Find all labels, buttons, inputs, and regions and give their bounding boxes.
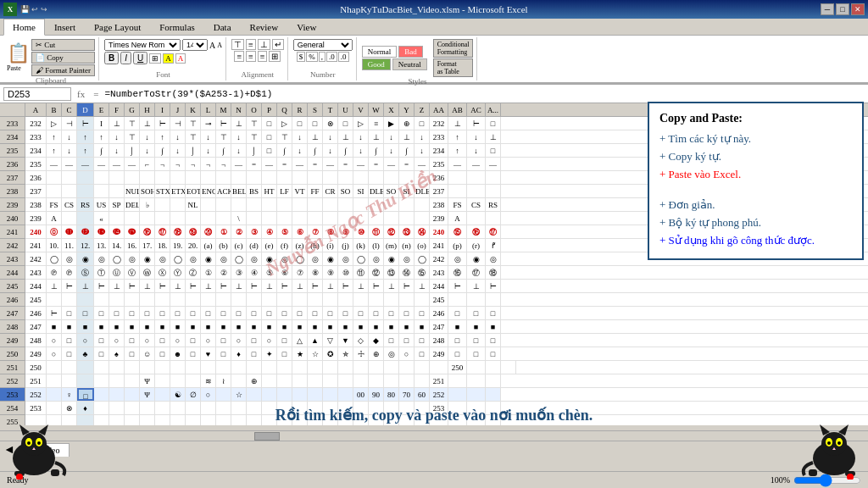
cell-243-4[interactable]: ◎ xyxy=(94,252,109,265)
cell-234-1[interactable]: ↑ xyxy=(47,130,62,143)
align-middle-button[interactable]: ≡ xyxy=(246,39,256,50)
cell-235-12[interactable]: ∫ xyxy=(216,144,231,157)
cell-238-14[interactable]: BS xyxy=(247,185,262,197)
cell-238-11[interactable]: ENQ xyxy=(201,185,216,197)
cell-252-16[interactable] xyxy=(277,374,292,387)
cell-236-3[interactable]: — xyxy=(77,158,94,170)
cell-240-5[interactable] xyxy=(109,212,125,225)
cell-254-6[interactable] xyxy=(125,402,140,414)
tab-formulas[interactable]: Formulas xyxy=(150,19,204,35)
cell-245-4[interactable]: ⊢ xyxy=(94,280,109,292)
cell-241-15[interactable]: ④ xyxy=(262,225,277,238)
cell-253-21[interactable]: 00 xyxy=(353,388,369,401)
cell-240-18[interactable] xyxy=(308,212,323,225)
cell-236-21[interactable]: — xyxy=(353,158,369,170)
cell-250-2[interactable]: □ xyxy=(62,347,77,360)
cell-249-27[interactable]: □ xyxy=(448,334,467,347)
cell-253-17[interactable] xyxy=(292,388,308,401)
cell-246-11[interactable] xyxy=(201,293,216,306)
cell-243-5[interactable]: ◯ xyxy=(109,252,125,265)
cell-252-3[interactable] xyxy=(77,374,94,387)
cell-250-10[interactable]: □ xyxy=(186,347,201,360)
row-num-235[interactable]: 235 xyxy=(0,144,25,158)
cell-235-20[interactable]: ∫ xyxy=(338,144,353,157)
cell-249-28[interactable]: □ xyxy=(467,334,486,347)
cell-253-6[interactable] xyxy=(125,388,140,401)
cell-240-24[interactable] xyxy=(399,212,415,225)
cell-251-9[interactable] xyxy=(170,361,186,374)
cell-235-29[interactable]: □ xyxy=(486,144,501,157)
col-header-R[interactable]: R xyxy=(292,103,308,116)
cell-233-5[interactable]: ⊥ xyxy=(109,117,125,130)
cell-233-3[interactable]: ⊢ xyxy=(77,117,94,130)
cell-253-27[interactable] xyxy=(448,388,467,401)
cell-252-28[interactable] xyxy=(467,374,486,387)
cell-240-4[interactable]: « xyxy=(94,212,109,225)
tab-insert[interactable]: Insert xyxy=(45,19,85,35)
row-num-248[interactable]: 248 xyxy=(0,320,25,334)
cell-255-14[interactable] xyxy=(247,415,262,425)
cell-251-29[interactable] xyxy=(486,361,501,374)
cell-246-22[interactable] xyxy=(369,293,384,306)
cell-245-12[interactable]: ⊢ xyxy=(216,280,231,292)
decrease-decimal-button[interactable]: .0 xyxy=(338,52,349,62)
cell-241-14[interactable]: ③ xyxy=(247,225,262,238)
cell-237-2[interactable] xyxy=(62,171,77,184)
cell-247-21[interactable]: □ xyxy=(353,307,369,319)
cell-242-5[interactable]: 14. xyxy=(109,239,125,252)
cell-234-27[interactable]: ↑ xyxy=(448,130,467,143)
cell-237-6[interactable] xyxy=(125,171,140,184)
cell-249-29[interactable]: □ xyxy=(486,334,501,347)
cell-233-29[interactable]: □ xyxy=(486,117,501,130)
cell-242-21[interactable]: (k) xyxy=(353,239,369,252)
cell-251-5[interactable] xyxy=(109,361,125,374)
cell-246-20[interactable] xyxy=(338,293,353,306)
cell-243-11[interactable]: ◉ xyxy=(201,252,216,265)
cell-239-1[interactable]: FS xyxy=(47,198,62,211)
cell-247-22[interactable]: □ xyxy=(369,307,384,319)
cell-251-22[interactable] xyxy=(369,361,384,374)
cell-236-17[interactable]: — xyxy=(292,158,308,170)
cell-242-22[interactable]: (l) xyxy=(369,239,384,252)
cell-244-2[interactable]: ℗ xyxy=(62,266,77,279)
cell-239-13[interactable] xyxy=(231,198,247,211)
cell-240-15[interactable] xyxy=(262,212,277,225)
cell-248-26[interactable]: 247 xyxy=(430,320,448,333)
cell-250-0[interactable]: 249 xyxy=(25,347,47,360)
align-bottom-button[interactable]: ⊥ xyxy=(258,39,270,50)
border-button[interactable]: ⊞ xyxy=(149,53,161,64)
col-header-F[interactable]: F xyxy=(109,103,125,116)
cell-236-26[interactable]: 235 xyxy=(430,158,448,170)
cell-235-21[interactable]: ↓ xyxy=(353,144,369,157)
cell-239-3[interactable]: RS xyxy=(77,198,94,211)
cell-253-5[interactable] xyxy=(109,388,125,401)
cell-240-26[interactable]: 239 xyxy=(430,212,448,225)
cell-252-10[interactable] xyxy=(186,374,201,387)
cell-238-13[interactable]: BEL xyxy=(231,185,247,197)
cell-240-13[interactable]: \ xyxy=(231,212,247,225)
cell-237-19[interactable] xyxy=(323,171,338,184)
cell-241-10[interactable]: ⑲ xyxy=(186,225,201,238)
cell-243-14[interactable]: ◎ xyxy=(247,252,262,265)
cell-239-26[interactable]: 238 xyxy=(430,198,448,211)
cell-243-6[interactable]: ◎ xyxy=(125,252,140,265)
cell-238-15[interactable]: HT xyxy=(262,185,277,197)
cell-242-11[interactable]: (a) xyxy=(201,239,216,252)
cell-251-6[interactable] xyxy=(125,361,140,374)
cell-238-27[interactable] xyxy=(448,185,467,197)
cell-247-23[interactable]: □ xyxy=(384,307,399,319)
cell-233-1[interactable]: ▷ xyxy=(47,117,62,130)
cell-237-4[interactable] xyxy=(94,171,109,184)
cell-234-10[interactable]: ⊤ xyxy=(186,130,201,143)
cell-234-6[interactable]: ⊤ xyxy=(125,130,140,143)
name-box[interactable] xyxy=(3,87,71,101)
cell-234-22[interactable]: ⊥ xyxy=(369,130,384,143)
function-btn[interactable]: fx xyxy=(75,89,87,99)
cell-248-10[interactable]: ■ xyxy=(186,320,201,333)
cell-246-15[interactable] xyxy=(262,293,277,306)
row-num-247[interactable]: 247 xyxy=(0,307,25,320)
cell-234-25[interactable]: ↓ xyxy=(415,130,430,143)
cell-249-22[interactable]: ◆ xyxy=(369,334,384,347)
cell-233-22[interactable]: ≡ xyxy=(369,117,384,130)
row-num-240[interactable]: 240 xyxy=(0,212,25,225)
